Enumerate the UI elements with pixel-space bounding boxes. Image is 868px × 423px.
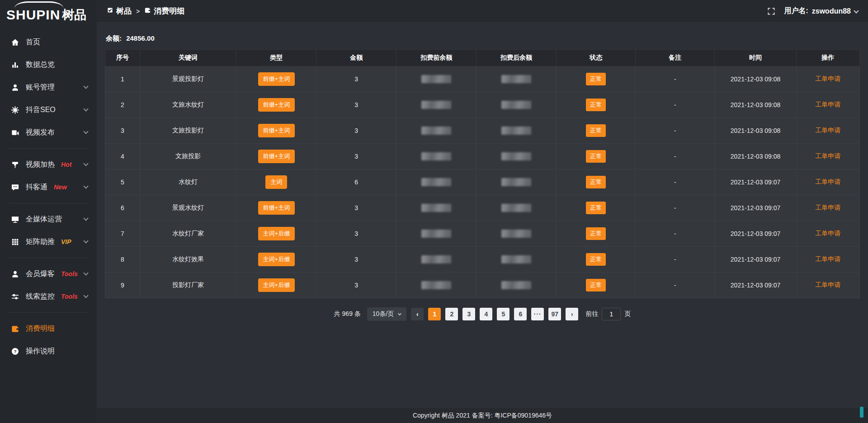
ticket-request-link[interactable]: 工单申请 [815, 255, 840, 263]
cell-type: 主词+后缀 [236, 247, 316, 273]
sidebar-item-账号管理[interactable]: 账号管理 [0, 76, 97, 99]
table-row: 3文旅投影灯前缀+主词3正常-2021-12-03 09:08工单申请 [105, 118, 860, 144]
censored-value [421, 127, 451, 135]
ticket-request-link[interactable]: 工单申请 [815, 204, 840, 211]
page-button-5[interactable]: 5 [497, 308, 509, 320]
censored-value [501, 281, 531, 289]
ticket-request-link[interactable]: 工单申请 [815, 127, 840, 134]
ticket-request-link[interactable]: 工单申请 [815, 230, 840, 237]
breadcrumb-item-home[interactable]: 树品 [107, 6, 132, 16]
page-size-select[interactable]: 10条/页 [367, 307, 406, 321]
more-pages-button[interactable]: ··· [531, 308, 544, 320]
table-row: 2文旅水纹灯前缀+主词3正常-2021-12-03 09:08工单申请 [105, 92, 860, 118]
cell-amount: 3 [316, 221, 396, 247]
breadcrumb-item-current[interactable]: 消费明细 [144, 6, 184, 16]
sidebar-item-首页[interactable]: 首页 [0, 31, 97, 53]
ticket-request-link[interactable]: 工单申请 [815, 178, 840, 185]
cell-index: 4 [105, 144, 140, 169]
cell-amount: 3 [316, 92, 396, 118]
column-header: 状态 [557, 50, 636, 66]
user-menu[interactable]: 用户名: zswodun88 [784, 6, 858, 16]
top-bar: 树品 > 消费明细 用户名: zswodun88 [97, 0, 868, 23]
censored-value [501, 152, 531, 160]
cell-action: 工单申请 [796, 273, 859, 298]
cell-amount: 3 [316, 118, 396, 144]
page-button-6[interactable]: 6 [514, 308, 527, 320]
sidebar-item-数据总览[interactable]: 数据总览 [0, 53, 97, 76]
cell-status: 正常 [557, 118, 636, 144]
footer: Copyright 树品 2021 备案号: 粤ICP备09019646号 [97, 408, 868, 423]
cell-status: 正常 [557, 195, 636, 221]
chevron-down-icon [83, 129, 88, 134]
page-button-97[interactable]: 97 [548, 308, 561, 320]
cell-balance-before [396, 66, 476, 92]
sidebar-item-视频发布[interactable]: 视频发布 [0, 121, 97, 144]
page-button-4[interactable]: 4 [480, 308, 492, 320]
prev-page-button[interactable]: ‹ [411, 308, 424, 320]
type-badge: 前缀+主词 [258, 201, 295, 215]
sidebar-item-视频加热[interactable]: 视频加热Hot [0, 153, 97, 176]
cell-note: - [636, 144, 715, 169]
goto-label: 前往 [585, 310, 598, 318]
sidebar-item-会员爆客[interactable]: 会员爆客Tools [0, 263, 97, 285]
cell-balance-after [476, 169, 557, 195]
cell-balance-after [476, 195, 557, 221]
cell-keyword: 景观水纹灯 [140, 195, 236, 221]
sidebar-item-抖音SEO[interactable]: 抖音SEO [0, 99, 97, 121]
censored-value [501, 75, 531, 83]
cell-time: 2021-12-03 09:07 [715, 247, 796, 273]
column-header: 扣费前余额 [396, 50, 476, 66]
cell-status: 正常 [557, 247, 636, 273]
censored-value [421, 230, 451, 238]
heat-icon [11, 160, 19, 169]
home-icon [11, 38, 19, 47]
cell-action: 工单申请 [796, 118, 859, 144]
ticket-request-link[interactable]: 工单申请 [815, 75, 840, 82]
goto-page: 前往 页 [585, 308, 631, 320]
sidebar-divider [8, 203, 89, 203]
cell-balance-before [396, 273, 476, 298]
goto-page-input[interactable] [602, 308, 621, 320]
fullscreen-icon[interactable] [767, 7, 776, 16]
status-badge: 正常 [586, 227, 606, 240]
cell-amount: 3 [316, 195, 396, 221]
cell-action: 工单申请 [796, 144, 859, 169]
next-page-button[interactable]: › [566, 308, 578, 320]
cell-index: 7 [105, 221, 140, 247]
goto-suffix: 页 [624, 310, 631, 318]
cell-keyword: 景观投影灯 [140, 66, 236, 92]
chevron-down-icon [83, 106, 88, 111]
ticket-request-link[interactable]: 工单申请 [815, 101, 840, 108]
page-button-1[interactable]: 1 [428, 308, 441, 320]
floating-widget[interactable] [860, 407, 863, 418]
sliders-icon [11, 292, 19, 301]
cell-balance-before [396, 144, 476, 169]
sidebar-item-线索监控[interactable]: 线索监控Tools [0, 285, 97, 308]
censored-value [501, 178, 531, 186]
ticket-request-link[interactable]: 工单申请 [815, 152, 840, 160]
app-icon [107, 7, 113, 16]
type-badge: 前缀+主词 [258, 124, 295, 137]
sidebar-item-全媒体运营[interactable]: 全媒体运营 [0, 208, 97, 230]
cell-balance-before [396, 221, 476, 247]
sidebar-item-消费明细[interactable]: 消费明细 [0, 317, 97, 340]
page-button-3[interactable]: 3 [462, 308, 475, 320]
sidebar-item-矩阵助推[interactable]: 矩阵助推VIP [0, 230, 97, 253]
page-button-2[interactable]: 2 [445, 308, 458, 320]
sidebar-item-操作说明[interactable]: ?操作说明 [0, 340, 97, 362]
monitor-icon [11, 215, 19, 224]
censored-value [501, 127, 531, 135]
ticket-request-link[interactable]: 工单申请 [815, 281, 840, 288]
chevron-down-icon [83, 161, 88, 166]
cell-balance-before [396, 169, 476, 195]
cell-balance-before [396, 92, 476, 118]
sidebar-item-tag: Tools [61, 270, 78, 277]
column-header: 时间 [715, 50, 796, 66]
censored-value [421, 75, 451, 83]
logo-arc [14, 1, 63, 15]
censored-value [421, 152, 451, 160]
cell-type: 前缀+主词 [236, 92, 316, 118]
sidebar-item-tag: Tools [61, 293, 78, 300]
cell-amount: 3 [316, 144, 396, 169]
sidebar-item-抖客通[interactable]: 抖客通New [0, 176, 97, 198]
